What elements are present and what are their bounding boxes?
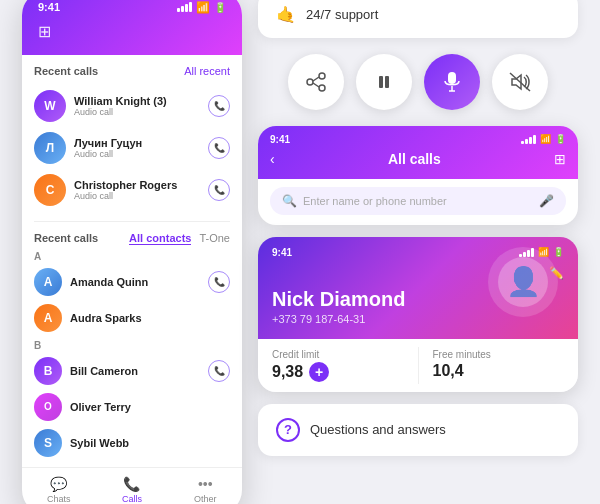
action-buttons [258, 50, 578, 114]
call-phone-icon[interactable]: 📞 [208, 179, 230, 201]
call-name: Лучин Гуцун [74, 137, 200, 149]
nav-item-chats[interactable]: 💬 Chats [22, 476, 95, 504]
back-icon[interactable]: ‹ [270, 151, 275, 167]
merge-button[interactable] [288, 54, 344, 110]
call-phone-icon[interactable]: 📞 [208, 95, 230, 117]
status-icons: 📶 🔋 [177, 1, 226, 14]
inner-wifi-icon: 📶 [540, 134, 551, 144]
phone-header: 9:41 📶 🔋 ⊞ [22, 0, 242, 55]
inner-battery-icon: 🔋 [555, 134, 566, 144]
call-phone-icon[interactable]: 📞 [208, 271, 230, 293]
call-item: W William Knight (3) Audio call 📞 [34, 85, 230, 127]
grid-icon[interactable]: ⊞ [38, 22, 226, 41]
call-sub: Audio call [74, 107, 200, 117]
call-sub: Audio call [74, 149, 200, 159]
avatar: O [34, 393, 62, 421]
nick-minutes-stat: Free minutes 10,4 [419, 339, 579, 392]
chats-icon: 💬 [50, 476, 67, 492]
contacts-title: Recent calls [34, 232, 98, 244]
bottom-nav: 💬 Chats 📞 Calls ••• Other [22, 467, 242, 505]
nick-credit-stat: Credit limit 9,38 + [258, 339, 418, 392]
inner-title-row: ‹ All calls ⊞ [270, 151, 566, 167]
svg-point-2 [319, 85, 325, 91]
avatar: C [34, 174, 66, 206]
call-info: Christopher Rogers Audio call [74, 179, 200, 201]
svg-point-0 [307, 79, 313, 85]
contacts-header: Recent calls All contacts T-One [34, 232, 230, 245]
nick-phone: +373 79 187-64-31 [272, 313, 564, 325]
grid-icon[interactable]: ⊞ [554, 151, 566, 167]
add-credit-button[interactable]: + [309, 362, 329, 382]
call-info: Sybil Webb [70, 437, 230, 449]
inner-status-bar: 9:41 📶 🔋 [270, 134, 566, 145]
support-text: 24/7 support [306, 7, 378, 22]
contact-name: Oliver Terry [70, 401, 230, 413]
qa-card: ? Questions and answers [258, 404, 578, 456]
contacts-section: Recent calls All contacts T-One A A Aman… [22, 226, 242, 467]
recent-calls-section: Recent calls All recent W William Knight… [22, 55, 242, 217]
svg-line-3 [313, 77, 319, 81]
nav-item-calls[interactable]: 📞 Calls [95, 476, 168, 504]
svg-line-4 [313, 83, 319, 87]
nav-item-other[interactable]: ••• Other [169, 476, 242, 504]
right-panel: 🤙 24/7 support [258, 0, 578, 456]
signal-icon [177, 2, 192, 12]
svg-rect-6 [385, 76, 389, 88]
contact-name: Bill Cameron [70, 365, 200, 377]
tab-all-contacts[interactable]: All contacts [129, 232, 191, 245]
minutes-label: Free minutes [433, 349, 565, 360]
nick-avatar: 👤 [498, 257, 548, 307]
contact-name: Audra Sparks [70, 312, 230, 324]
avatar: S [34, 429, 62, 457]
call-phone-icon[interactable]: 📞 [208, 137, 230, 159]
credit-value: 9,38 + [272, 362, 404, 382]
avatar: A [34, 268, 62, 296]
contact-item: A Audra Sparks [34, 300, 230, 336]
contact-item: O Oliver Terry [34, 389, 230, 425]
nav-calls-label: Calls [122, 494, 142, 504]
inner-title: All calls [388, 151, 441, 167]
credit-label: Credit limit [272, 349, 404, 360]
avatar: Л [34, 132, 66, 164]
recent-calls-header: Recent calls All recent [34, 65, 230, 77]
speaker-button[interactable] [492, 54, 548, 110]
nick-time: 9:41 [272, 247, 292, 258]
call-item: Л Лучин Гуцун Audio call 📞 [34, 127, 230, 169]
search-mic-icon[interactable]: 🎤 [539, 194, 554, 208]
avatar: W [34, 90, 66, 122]
search-bar[interactable]: 🔍 Enter name or phone number 🎤 [270, 187, 566, 215]
svg-rect-5 [379, 76, 383, 88]
mic-button[interactable] [424, 54, 480, 110]
search-icon: 🔍 [282, 194, 297, 208]
call-info: Amanda Quinn [70, 276, 200, 288]
contact-item: B Bill Cameron 📞 [34, 353, 230, 389]
tab-t-one[interactable]: T-One [199, 232, 230, 245]
call-name: William Knight (3) [74, 95, 200, 107]
status-bar: 9:41 📶 🔋 [38, 1, 226, 14]
nav-other-label: Other [194, 494, 217, 504]
qa-text: Questions and answers [310, 422, 446, 437]
contacts-tabs: All contacts T-One [129, 232, 230, 245]
inner-signal-icon [521, 135, 536, 144]
contact-name: Amanda Quinn [70, 276, 200, 288]
call-item: C Christopher Rogers Audio call 📞 [34, 169, 230, 211]
call-phone-icon[interactable]: 📞 [208, 360, 230, 382]
avatar: A [34, 304, 62, 332]
call-info: Audra Sparks [70, 312, 230, 324]
call-sub: Audio call [74, 191, 200, 201]
all-recent-link[interactable]: All recent [184, 65, 230, 77]
call-name: Christopher Rogers [74, 179, 200, 191]
pause-button[interactable] [356, 54, 412, 110]
nick-battery-icon: 🔋 [553, 247, 564, 257]
call-info: William Knight (3) Audio call [74, 95, 200, 117]
section-divider [34, 221, 230, 222]
nav-chats-label: Chats [47, 494, 71, 504]
alpha-label-b: B [34, 340, 230, 351]
contact-item: A Amanda Quinn 📞 [34, 264, 230, 300]
alpha-label-a: A [34, 251, 230, 262]
contact-item: S Sybil Webb [34, 425, 230, 461]
nick-card: 9:41 📶 🔋 ✏️ [258, 237, 578, 392]
call-info: Oliver Terry [70, 401, 230, 413]
battery-icon: 🔋 [214, 2, 226, 13]
support-icon: 🤙 [276, 5, 296, 24]
